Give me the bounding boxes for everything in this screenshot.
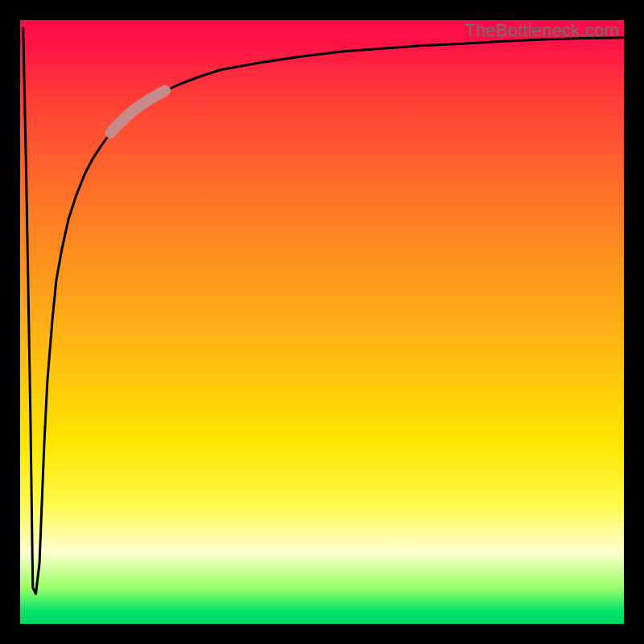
bottleneck-curve bbox=[23, 27, 624, 594]
plot-area: TheBottleneck.com bbox=[20, 20, 624, 624]
highlight-segment bbox=[111, 91, 166, 133]
curve-svg bbox=[20, 20, 624, 624]
attribution-watermark: TheBottleneck.com bbox=[464, 20, 619, 41]
chart-frame: TheBottleneck.com bbox=[0, 0, 644, 644]
